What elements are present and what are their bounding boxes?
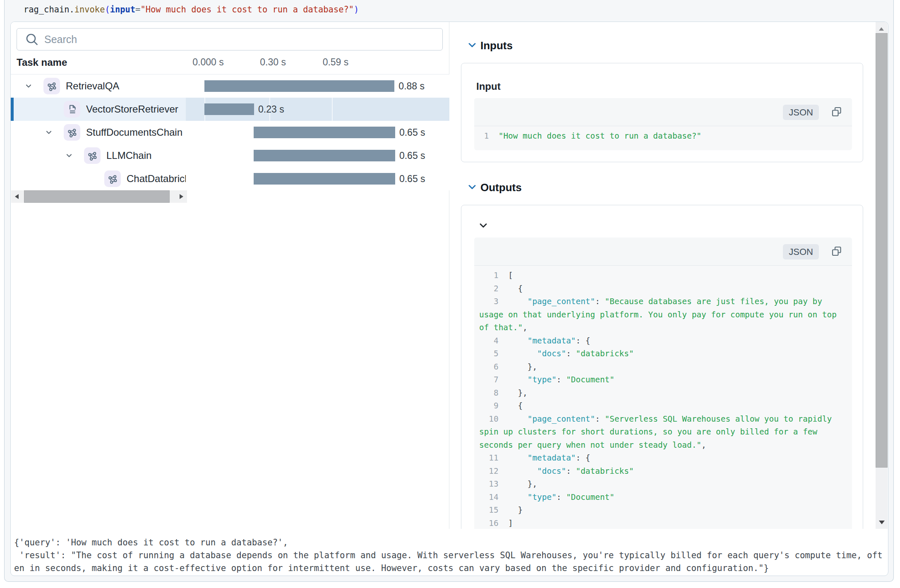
scroll-up-arrow-icon[interactable] xyxy=(879,27,884,31)
text-output: {'query': 'How much does it cost to run … xyxy=(11,529,888,576)
inputs-section-title[interactable]: Inputs xyxy=(480,39,513,51)
span-name[interactable]: ChatDatabricks xyxy=(127,167,186,190)
span-timeline-cell[interactable]: 0.23 s xyxy=(186,98,449,121)
trace-widget: Search Task name 0.000 s0.30 s0.59 s Ret… xyxy=(10,22,888,576)
chain-icon xyxy=(87,150,98,161)
document-icon xyxy=(67,104,78,115)
duration-bar[interactable] xyxy=(204,80,394,92)
duration-bar[interactable] xyxy=(254,127,395,138)
output-card: JSON 1 [ 2 { 3 "page_content": "Because … xyxy=(461,205,863,529)
span-name[interactable]: VectorStoreRetriever xyxy=(86,98,178,121)
time-axis-tick: 0.30 s xyxy=(260,50,286,74)
json-viewer-header: JSON xyxy=(474,98,852,126)
expand-chevron-icon[interactable] xyxy=(64,151,74,161)
chain-icon xyxy=(46,81,58,92)
span-name-cell[interactable]: StuffDocumentsChain xyxy=(11,121,186,144)
input-card-label: Input xyxy=(476,81,501,92)
duration-bar[interactable] xyxy=(204,103,254,115)
span-type-icon-chip xyxy=(43,78,60,94)
span-detail-pane: Inputs Input JSON 1 "How much does it co… xyxy=(449,22,888,529)
tree-header: Task name 0.000 s0.30 s0.59 s xyxy=(11,50,449,74)
scroll-down-arrow-icon[interactable] xyxy=(879,521,885,524)
chain-icon xyxy=(67,127,78,138)
span-name[interactable]: RetrievalQA xyxy=(66,74,119,98)
duration-label: 0.65 s xyxy=(399,144,425,167)
input-json-code[interactable]: 1 "How much does it cost to run a databa… xyxy=(474,126,852,147)
scroll-left-arrow-icon[interactable] xyxy=(15,194,19,199)
search-input[interactable]: Search xyxy=(17,28,443,50)
output-collapse-chevron-icon[interactable] xyxy=(478,220,489,231)
span-timeline-cell[interactable]: 0.65 s xyxy=(186,121,449,144)
expand-chevron-icon[interactable] xyxy=(44,127,54,137)
time-axis-tick: 0.59 s xyxy=(323,50,349,74)
span-type-icon-chip xyxy=(84,147,101,164)
span-timeline-cell[interactable]: 0.88 s xyxy=(186,74,449,98)
trace-viewer: Search Task name 0.000 s0.30 s0.59 s Ret… xyxy=(11,22,888,529)
duration-label: 0.65 s xyxy=(399,167,425,190)
span-type-icon-chip xyxy=(104,170,121,187)
output-json-viewer: JSON 1 [ 2 { 3 "page_content": "Because … xyxy=(474,238,852,529)
vertical-scrollbar-thumb[interactable] xyxy=(876,33,888,468)
notebook-output-cell: rag_chain.invoke(input="How much does it… xyxy=(4,0,894,582)
inputs-collapse-chevron-icon[interactable] xyxy=(466,39,478,51)
duration-label: 0.23 s xyxy=(258,98,284,121)
expand-chevron-icon[interactable] xyxy=(24,81,34,91)
json-format-badge[interactable]: JSON xyxy=(783,244,819,259)
span-name[interactable]: StuffDocumentsChain xyxy=(86,121,182,144)
span-row-LLMChain[interactable]: LLMChain0.65 s xyxy=(11,144,449,167)
span-row-ChatDatabricks[interactable]: ChatDatabricks0.65 s xyxy=(11,167,449,190)
span-rows: RetrievalQA0.88 s VectorStoreRetriever0.… xyxy=(11,74,449,190)
search-icon xyxy=(25,33,39,47)
chain-icon xyxy=(107,173,118,185)
json-viewer-header: JSON xyxy=(474,238,852,266)
input-json-viewer: JSON 1 "How much does it cost to run a d… xyxy=(474,98,852,150)
scroll-right-arrow-icon[interactable] xyxy=(180,194,183,199)
json-format-badge[interactable]: JSON xyxy=(783,105,819,120)
task-name-column-header: Task name xyxy=(17,50,67,74)
span-type-icon-chip xyxy=(64,101,80,118)
selected-row-accent xyxy=(11,98,14,121)
span-type-icon-chip xyxy=(64,124,80,141)
span-name-cell[interactable]: RetrievalQA xyxy=(11,74,186,98)
span-row-RetrievalQA[interactable]: RetrievalQA0.88 s xyxy=(11,74,449,98)
horizontal-scrollbar[interactable] xyxy=(11,190,187,203)
span-name[interactable]: LLMChain xyxy=(106,144,151,167)
input-card: Input JSON 1 "How much does it cost to r… xyxy=(461,63,863,162)
vertical-scrollbar[interactable] xyxy=(876,22,888,529)
search-placeholder: Search xyxy=(44,29,77,50)
output-json-code[interactable]: 1 [ 2 { 3 "page_content": "Because datab… xyxy=(474,266,852,529)
span-row-VectorStoreRetriever[interactable]: VectorStoreRetriever0.23 s xyxy=(11,98,449,121)
horizontal-scrollbar-thumb[interactable] xyxy=(24,190,170,203)
duration-bar[interactable] xyxy=(254,173,395,185)
code-cell-source[interactable]: rag_chain.invoke(input="How much does it… xyxy=(24,3,359,16)
duration-label: 0.88 s xyxy=(398,74,425,98)
duration-label: 0.65 s xyxy=(399,121,425,144)
span-tree-pane: Search Task name 0.000 s0.30 s0.59 s Ret… xyxy=(11,22,449,529)
span-name-cell[interactable]: LLMChain xyxy=(11,144,186,167)
span-timeline-cell[interactable]: 0.65 s xyxy=(186,144,449,167)
span-row-StuffDocumentsChain[interactable]: StuffDocumentsChain0.65 s xyxy=(11,121,449,144)
span-name-cell[interactable]: VectorStoreRetriever xyxy=(11,98,186,121)
outputs-collapse-chevron-icon[interactable] xyxy=(466,181,478,193)
outputs-section-title[interactable]: Outputs xyxy=(480,181,522,193)
copy-icon[interactable] xyxy=(830,106,843,118)
copy-icon[interactable] xyxy=(830,245,843,258)
duration-bar[interactable] xyxy=(254,150,395,161)
span-timeline-cell[interactable]: 0.65 s xyxy=(186,167,449,190)
timeline-gridline xyxy=(332,98,333,121)
time-axis-tick: 0.000 s xyxy=(192,50,223,74)
span-name-cell[interactable]: ChatDatabricks xyxy=(11,167,186,190)
